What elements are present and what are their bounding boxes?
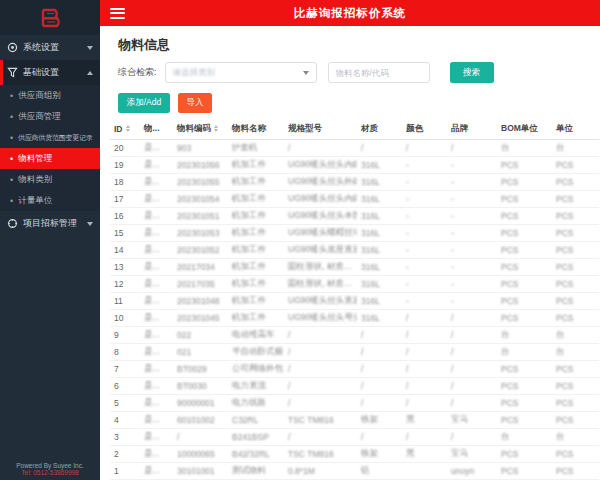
main-area: 比赫询报招标价系统 物料信息 综合检索: 请选择类别 搜索 添加/Add 导入 (100, 0, 600, 480)
col-header-category[interactable]: 物... (140, 119, 173, 139)
search-row: 综合检索: 请选择类别 搜索 (108, 62, 599, 83)
table-row[interactable]: 3 是... / B241BSP / / / / 台 台 (110, 428, 599, 445)
sort-icon[interactable] (214, 125, 218, 132)
powered-by-text: Powered By Suyee Inc. (0, 462, 100, 469)
filter-icon (7, 67, 18, 78)
brand-logo[interactable] (0, 0, 100, 35)
sidebar-item-supplier-group[interactable]: • 供应商组别 (0, 85, 100, 106)
table-row[interactable]: 2 是... 10000065 B42/32RL TSC TM816 铁架 黑 … (110, 445, 599, 462)
table-row[interactable]: 4 是... 60101002 C32RL TSC TM816 铁架 黑 宝马 … (110, 411, 599, 428)
table-row[interactable]: 14 是... 202301052 机加工件 UG90锥头底座直通… 316L … (110, 241, 599, 258)
add-button[interactable]: 添加/Add (118, 93, 170, 113)
search-button[interactable]: 搜索 (450, 62, 494, 83)
sidebar-footer: Powered By Suyee Inc. Tel: 0512-53869998 (0, 462, 100, 476)
bullet-icon: • (10, 133, 13, 143)
col-header-bom-unit[interactable]: BOM单位 (497, 119, 552, 139)
toolbar: 添加/Add 导入 (108, 93, 599, 113)
table-row[interactable]: 6 是... BT0030 电力直流 / / / / PCS PCS (110, 377, 599, 394)
sidebar-item-system-settings[interactable]: 系统设置 (0, 35, 100, 60)
table-row[interactable]: 17 是... 202301054 机加工件 UG90锥头丝头内鑲… 316L … (110, 190, 599, 207)
col-header-code[interactable]: 物料编码 (173, 119, 228, 139)
page-title: 物料信息 (108, 34, 599, 62)
table-body: 20 是... 903 护套机 / / / / 台 台 19 是... 2023… (110, 139, 599, 479)
materials-table: ID 物... 物料编码 物料名称 规格型号 材质 颜色 品牌 B (110, 119, 599, 480)
search-label: 综合检索: (118, 66, 157, 79)
sidebar-group-label: 基础设置 (23, 66, 59, 79)
bullet-icon: • (10, 91, 13, 101)
bullet-icon: • (10, 196, 13, 206)
table-row[interactable]: 10 是... 202301045 机加工件 UG90锥头丝头弯头… 316L … (110, 309, 599, 326)
sidebar-item-material-management[interactable]: • 物料管理 (0, 148, 100, 169)
phone-text: Tel: 0512-53869998 (0, 469, 100, 476)
chevron-up-icon (87, 71, 93, 75)
bullet-icon: • (10, 154, 13, 164)
chevron-down-icon (303, 71, 309, 75)
col-header-spec[interactable]: 规格型号 (284, 119, 357, 139)
bullet-icon: • (10, 112, 13, 122)
col-header-material[interactable]: 材质 (357, 119, 402, 139)
category-select[interactable]: 请选择类别 (165, 62, 317, 83)
gear-icon (7, 42, 18, 53)
table-row[interactable]: 15 是... 202301053 机加工件 UG90锥头螺帽丝堵… 316L … (110, 224, 599, 241)
table-header: ID 物... 物料编码 物料名称 规格型号 材质 颜色 品牌 B (110, 119, 599, 139)
sidebar-submenu: • 供应商组别 • 供应商管理 • 供应商供货范围变更记录 • 物料管理 • (0, 85, 100, 211)
bullet-icon: • (10, 175, 13, 185)
table-row[interactable]: 20 是... 903 护套机 / / / / 台 台 (110, 139, 599, 156)
import-button[interactable]: 导入 (178, 93, 212, 113)
sidebar-group-label: 系统设置 (23, 41, 59, 54)
sidebar-group-label: 项目招标管理 (23, 217, 77, 230)
col-header-brand[interactable]: 品牌 (447, 119, 497, 139)
sidebar: 系统设置 基础设置 • 供应商组别 • 供应商管理 (0, 0, 100, 480)
chevron-down-icon (87, 222, 93, 226)
app-title: 比赫询报招标价系统 (100, 6, 600, 21)
table-row[interactable]: 1 是... 30101001 测试物料 0.8*1M 铝 unoyn PCS … (110, 462, 599, 479)
table-row[interactable]: 11 是... 202301048 机加工件 UG90锥头丝头直通… 316L … (110, 292, 599, 309)
search-input[interactable] (328, 62, 430, 83)
project-icon (7, 218, 18, 229)
content-panel: 物料信息 综合检索: 请选择类别 搜索 添加/Add 导入 (100, 26, 600, 480)
table-row[interactable]: 12 是... 20217035 机加工件 圆柱形状, 材质… 316L - -… (110, 275, 599, 292)
sort-icon[interactable] (126, 125, 130, 132)
select-placeholder: 请选择类别 (173, 67, 216, 79)
sidebar-item-material-category[interactable]: • 物料类别 (0, 169, 100, 190)
col-header-id[interactable]: ID (110, 119, 140, 139)
col-header-color[interactable]: 颜色 (402, 119, 447, 139)
table-row[interactable]: 13 是... 20217034 机加工件 圆柱形状, 材质… 316L - -… (110, 258, 599, 275)
chevron-down-icon (87, 46, 93, 50)
col-header-unit[interactable]: 单位 (552, 119, 599, 139)
table-row[interactable]: 18 是... 202301055 机加工件 UG90锥头丝头外鑲… 316L … (110, 173, 599, 190)
sidebar-item-project-bidding[interactable]: 项目招标管理 (0, 211, 100, 236)
sidebar-item-basic-settings[interactable]: 基础设置 (0, 60, 100, 85)
menu-toggle-icon[interactable] (110, 8, 125, 19)
app-window: 系统设置 基础设置 • 供应商组别 • 供应商管理 (0, 0, 600, 480)
col-header-name[interactable]: 物料名称 (228, 119, 284, 139)
sidebar-item-supply-scope-change-log[interactable]: • 供应商供货范围变更记录 (0, 127, 100, 148)
table-row[interactable]: 5 是... 90000001 电力线路 / / / / PCS PCS (110, 394, 599, 411)
table-row[interactable]: 7 是... BT0029 公司网络外包 / / / / PCS PCS (110, 360, 599, 377)
table-row[interactable]: 19 是... 202301056 机加工件 UG90锥头丝头内鑲… 316L … (110, 156, 599, 173)
sidebar-nav: 系统设置 基础设置 • 供应商组别 • 供应商管理 (0, 35, 100, 236)
brand-logo-icon (28, 6, 72, 30)
table-row[interactable]: 16 是... 202301051 机加工件 UG90锥头丝头本體… 316L … (110, 207, 599, 224)
table-row[interactable]: 8 是... 021 半自动卧式捆包机 / / / / 台 台 (110, 343, 599, 360)
table-row[interactable]: 9 是... 022 电动堆高车 / / / / 台 台 (110, 326, 599, 343)
sidebar-item-measure-unit[interactable]: • 计量单位 (0, 190, 100, 211)
top-bar: 比赫询报招标价系统 (100, 0, 600, 26)
sidebar-item-supplier-management[interactable]: • 供应商管理 (0, 106, 100, 127)
